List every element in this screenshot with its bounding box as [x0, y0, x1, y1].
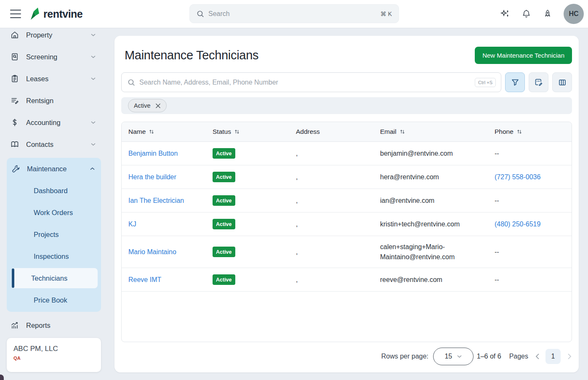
chevron-down-icon [457, 355, 462, 358]
phone-cell: -- [488, 271, 572, 288]
status-badge: Active [213, 195, 235, 206]
phone-link[interactable]: (727) 558-0036 [495, 173, 540, 181]
technicians-table: Name Status Address Email Phone Benjamin… [121, 122, 572, 342]
email-cell: hera@rentvine.com [373, 169, 488, 185]
status-badge: Active [213, 148, 235, 159]
address-cell: , [289, 192, 373, 209]
table-row: Reeve IMT Active , reeve@rentvine.com -- [122, 268, 572, 292]
reports-chart-icon [10, 321, 19, 330]
phone-cell: -- [488, 145, 572, 162]
technician-name-link[interactable]: Ian The Electrician [128, 197, 184, 204]
phone-link[interactable]: (480) 250-6519 [495, 221, 540, 228]
phone-cell: -- [488, 192, 572, 209]
whats-new-rocket-icon[interactable] [543, 9, 553, 19]
chevron-up-icon [90, 167, 95, 170]
columns-button[interactable] [552, 72, 572, 92]
previous-page-button[interactable] [535, 353, 540, 360]
maintenance-technicians-panel: Maintenance Technicians New Maintenance … [114, 36, 579, 372]
address-cell: , [289, 271, 373, 288]
maintenance-nav-group: Maintenance Dashboard Work Orders Projec… [7, 158, 101, 312]
technician-search-box[interactable]: Ctrl +S [121, 72, 501, 92]
chevron-down-icon [91, 143, 96, 146]
chevron-right-icon [567, 353, 572, 360]
address-cell: , [289, 169, 373, 185]
remove-filter-icon[interactable] [155, 103, 161, 109]
columns-icon [558, 78, 567, 87]
chevron-down-icon [91, 121, 96, 124]
sidebar-item-reports[interactable]: Reports [0, 314, 108, 336]
pagination-bar: Rows per page: 15 1–6 of 6 Pages 1 [381, 348, 572, 365]
filter-button[interactable] [505, 72, 525, 92]
phone-cell: -- [488, 244, 572, 260]
sort-icon [149, 129, 154, 135]
table-row: Mario Maintaino Active , calen+staging+M… [122, 236, 572, 268]
status-badge: Active [213, 172, 235, 182]
sidebar-item-accounting[interactable]: Accounting [0, 112, 108, 133]
selected-accent-bar [12, 268, 14, 288]
next-page-button[interactable] [567, 353, 572, 360]
technician-name-link[interactable]: Hera the builder [128, 173, 176, 181]
active-filter-chip[interactable]: Active [128, 99, 167, 112]
column-header-status[interactable]: Status [206, 128, 289, 136]
technician-name-link[interactable]: KJ [128, 221, 136, 228]
technician-name-link[interactable]: Reeve IMT [128, 276, 161, 283]
sidebar-nav: Property Screening Leases [0, 28, 108, 380]
company-switcher-card[interactable]: ABC PM, LLC QA [7, 338, 101, 372]
sidebar-item-work-orders[interactable]: Work Orders [7, 202, 101, 223]
chevron-down-icon [91, 55, 96, 58]
new-maintenance-technician-button[interactable]: New Maintenance Technician [475, 47, 572, 64]
sort-icon [399, 129, 405, 135]
technician-name-link[interactable]: Mario Maintaino [128, 248, 176, 255]
notifications-bell-icon[interactable] [521, 9, 532, 19]
table-row: Hera the builder Active , hera@rentvine.… [122, 165, 572, 189]
sort-icon [234, 129, 240, 135]
global-search[interactable]: ⌘ K [189, 4, 399, 23]
status-badge: Active [213, 247, 235, 257]
user-avatar[interactable]: HC [564, 4, 584, 24]
email-cell: reeve@rentvine.com [373, 271, 488, 288]
sidebar-item-leases[interactable]: Leases [0, 68, 108, 90]
sidebar-item-projects[interactable]: Projects [7, 223, 101, 245]
sidebar-item-technicians-selected[interactable]: Technicians [12, 268, 98, 288]
chevron-down-icon [91, 33, 96, 37]
status-badge: Active [213, 274, 235, 285]
column-header-name[interactable]: Name [122, 128, 206, 136]
ai-sparkle-icon[interactable] [500, 9, 510, 19]
chevron-down-icon [91, 77, 96, 80]
saved-filters-button[interactable] [529, 72, 548, 92]
table-row: Ian The Electrician Active , ian@rentvin… [122, 189, 572, 213]
sidebar-item-inspections[interactable]: Inspections [7, 245, 101, 267]
row-range-text: 1–6 of 6 [477, 353, 501, 360]
sidebar-item-dashboard[interactable]: Dashboard [7, 180, 101, 202]
sort-icon [516, 129, 522, 135]
rentsign-icon [10, 96, 19, 105]
column-header-email[interactable]: Email [373, 128, 488, 136]
pages-label: Pages [509, 353, 528, 360]
technician-name-link[interactable]: Benjamin Button [128, 150, 178, 157]
search-shortcut-badge: Ctrl +S [475, 78, 496, 87]
table-toolbar: Ctrl +S [114, 72, 579, 92]
search-icon [128, 79, 135, 86]
page-number-1[interactable]: 1 [545, 349, 561, 364]
applied-filters-bar: Active [121, 97, 572, 114]
sidebar-item-screening[interactable]: Screening [0, 46, 108, 68]
contacts-book-icon [10, 140, 19, 149]
technician-search-input[interactable] [139, 79, 471, 86]
sidebar-item-property[interactable]: Property [0, 28, 108, 46]
chevron-left-icon [535, 353, 540, 360]
address-cell: , [289, 145, 373, 162]
global-search-input[interactable] [208, 10, 376, 18]
rentvine-logo[interactable]: rentvine [29, 8, 82, 20]
hamburger-menu-icon[interactable] [10, 10, 21, 18]
column-header-phone[interactable]: Phone [488, 128, 572, 136]
rows-per-page-select[interactable]: 15 [433, 348, 474, 365]
top-bar: rentvine ⌘ K [0, 0, 588, 28]
table-header-row: Name Status Address Email Phone [122, 122, 572, 142]
sidebar-item-maintenance[interactable]: Maintenance [7, 158, 101, 180]
global-search-shortcut: ⌘ K [380, 11, 392, 17]
sidebar-item-rentsign[interactable]: Rentsign [0, 90, 108, 112]
search-icon [197, 10, 204, 18]
email-cell: ian@rentvine.com [373, 192, 488, 209]
sidebar-item-price-book[interactable]: Price Book [7, 289, 101, 311]
sidebar-item-contacts[interactable]: Contacts [0, 133, 108, 155]
